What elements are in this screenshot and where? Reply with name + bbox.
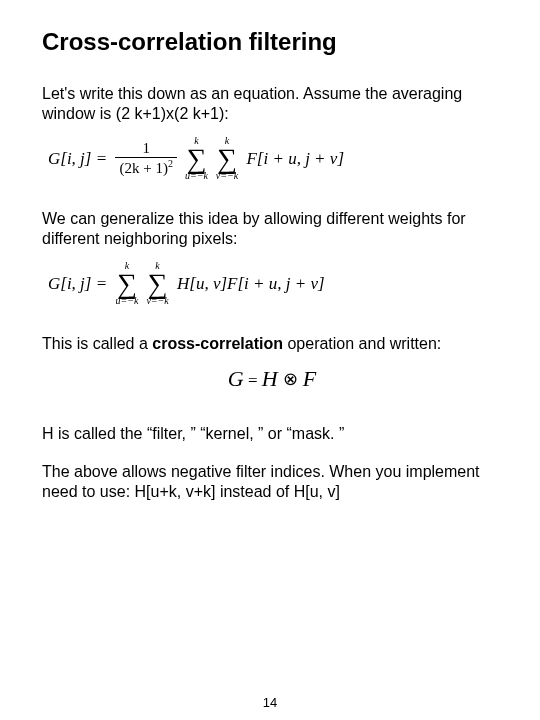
- eq1-sum-u: k ∑ u=−k: [185, 136, 208, 181]
- eq1-sum-u-lower: u=−k: [185, 171, 208, 181]
- paragraph-named: This is called a cross-correlation opera…: [42, 334, 502, 354]
- paragraph-filter-names: H is called the “filter, ” “kernel, ” or…: [42, 424, 502, 444]
- eq2-sum-v: k ∑ v=−k: [146, 261, 168, 306]
- eq1-fraction: 1 (2k + 1)2: [115, 140, 176, 177]
- sigma-icon: ∑: [217, 146, 237, 171]
- eq2-lhs: G[i, j] =: [48, 274, 111, 294]
- eq1-rhs: F[i + u, j + v]: [242, 149, 344, 169]
- eq1-lhs: G[i, j] =: [48, 149, 111, 169]
- eq3-F: F: [303, 366, 316, 391]
- sigma-icon: ∑: [186, 146, 206, 171]
- eq2-sum-u-lower: u=−k: [115, 296, 138, 306]
- eq3-H: H: [262, 366, 278, 391]
- para3-post: operation and written:: [283, 335, 441, 352]
- paragraph-generalize: We can generalize this idea by allowing …: [42, 209, 502, 249]
- eq1-frac-den-base: (2k + 1): [119, 160, 167, 176]
- eq3-eq: =: [244, 371, 262, 390]
- slide-page: Cross-correlation filtering Let's write …: [0, 0, 540, 720]
- equation-weighted: G[i, j] = k ∑ u=−k k ∑ v=−k H[u, v]F[i +…: [48, 261, 502, 306]
- paragraph-implementation-note: The above allows negative filter indices…: [42, 462, 502, 502]
- eq1-frac-den: (2k + 1)2: [115, 157, 176, 177]
- eq2-rhs: H[u, v]F[i + u, j + v]: [173, 274, 325, 294]
- equation-averaging: G[i, j] = 1 (2k + 1)2 k ∑ u=−k k ∑ v=−k …: [48, 136, 502, 181]
- page-number: 14: [0, 695, 540, 710]
- sigma-icon: ∑: [148, 271, 168, 296]
- paragraph-intro: Let's write this down as an equation. As…: [42, 84, 502, 124]
- para3-bold: cross-correlation: [152, 335, 283, 352]
- eq2-sum-v-lower: v=−k: [146, 296, 168, 306]
- sigma-icon: ∑: [117, 271, 137, 296]
- eq2-sum-u: k ∑ u=−k: [115, 261, 138, 306]
- eq1-sum-v: k ∑ v=−k: [216, 136, 238, 181]
- eq1-frac-num: 1: [138, 140, 154, 157]
- eq3-G: G: [228, 366, 244, 391]
- para3-pre: This is called a: [42, 335, 152, 352]
- equation-short: G = H ⊗ F: [42, 366, 502, 392]
- eq1-sum-v-lower: v=−k: [216, 171, 238, 181]
- page-title: Cross-correlation filtering: [42, 28, 502, 56]
- eq1-squared: 2: [168, 158, 173, 169]
- otimes-icon: ⊗: [283, 369, 303, 389]
